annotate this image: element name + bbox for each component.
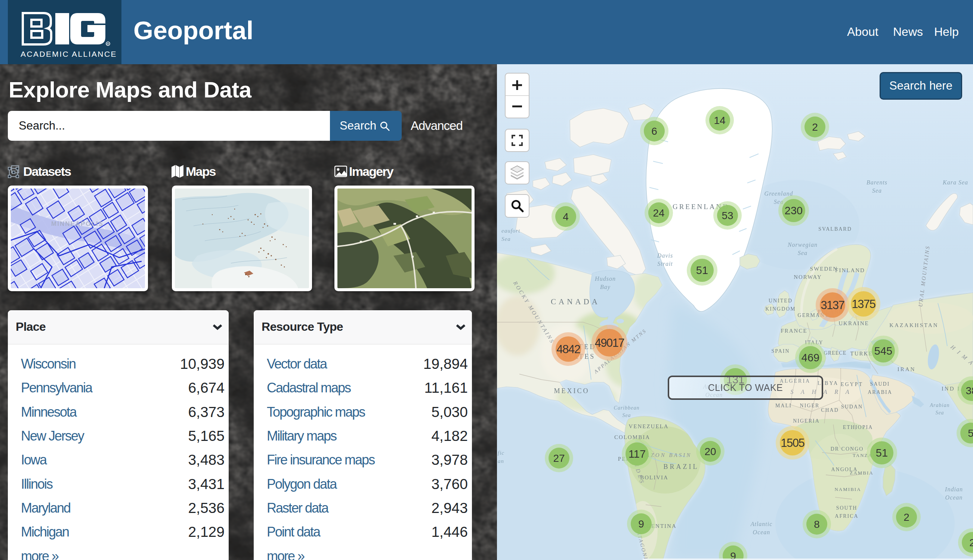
svg-text:Norwegian: Norwegian xyxy=(787,242,818,248)
svg-text:Sea: Sea xyxy=(798,250,807,256)
svg-text:BRAZIL: BRAZIL xyxy=(664,463,699,470)
svg-text:ZAMBIA: ZAMBIA xyxy=(850,470,873,476)
svg-text:MEXICO: MEXICO xyxy=(554,387,590,395)
svg-text:Greenland: Greenland xyxy=(764,190,793,197)
svg-text:Indian: Indian xyxy=(945,486,963,492)
svg-text:Strait: Strait xyxy=(657,261,673,267)
svg-text:SAUDI: SAUDI xyxy=(870,381,890,387)
svg-text:2: 2 xyxy=(969,537,973,548)
svg-text:Sea: Sea xyxy=(872,187,882,194)
svg-text:3137: 3137 xyxy=(821,299,844,312)
svg-text:27: 27 xyxy=(553,452,565,464)
svg-text:49017: 49017 xyxy=(595,337,624,350)
svg-text:Atlantic: Atlantic xyxy=(750,521,773,527)
svg-text:UNITED: UNITED xyxy=(769,298,792,303)
svg-text:117: 117 xyxy=(629,448,646,460)
svg-text:1505: 1505 xyxy=(781,437,804,450)
svg-text:5: 5 xyxy=(968,427,973,439)
svg-text:Sea: Sea xyxy=(935,410,944,415)
svg-text:Kara Sea: Kara Sea xyxy=(942,179,968,185)
svg-text:SPAIN: SPAIN xyxy=(771,348,789,354)
svg-text:NORWAY: NORWAY xyxy=(794,274,822,280)
svg-text:GREECE: GREECE xyxy=(824,350,846,356)
svg-text:Caribbean: Caribbean xyxy=(614,405,640,411)
svg-text:Barents: Barents xyxy=(866,179,888,185)
svg-text:ETHIOPIA: ETHIOPIA xyxy=(843,425,873,430)
svg-text:MINNEAPOLIS: MINNEAPOLIS xyxy=(51,220,104,227)
svg-text:51: 51 xyxy=(696,264,708,276)
svg-text:KINGDOM: KINGDOM xyxy=(765,306,796,312)
svg-text:38: 38 xyxy=(966,385,973,397)
svg-text:20: 20 xyxy=(704,446,716,457)
svg-text:2: 2 xyxy=(903,512,909,523)
svg-text:51: 51 xyxy=(876,447,888,459)
svg-text:KAZAKHSTAN: KAZAKHSTAN xyxy=(889,322,938,328)
svg-text:24: 24 xyxy=(653,207,664,219)
svg-text:Ocean: Ocean xyxy=(945,494,963,501)
svg-text:SWEDEN: SWEDEN xyxy=(810,266,838,272)
svg-text:AFRICA: AFRICA xyxy=(835,513,858,519)
svg-text:SOUTH: SOUTH xyxy=(836,505,858,511)
svg-text:fic: fic xyxy=(498,450,505,456)
svg-text:COLOMBIA: COLOMBIA xyxy=(614,434,650,440)
svg-text:Ocean: Ocean xyxy=(753,529,771,535)
svg-text:Sea: Sea xyxy=(622,413,631,418)
svg-text:9: 9 xyxy=(638,518,644,530)
svg-text:1375: 1375 xyxy=(852,298,876,311)
svg-text:545: 545 xyxy=(874,345,892,357)
svg-text:469: 469 xyxy=(801,352,819,363)
svg-text:NIGERIA: NIGERIA xyxy=(793,418,820,424)
svg-text:MALI: MALI xyxy=(775,403,792,408)
svg-text:2: 2 xyxy=(812,121,818,133)
svg-text:NIGER: NIGER xyxy=(800,403,820,408)
svg-text:14: 14 xyxy=(714,115,725,126)
svg-text:Davis: Davis xyxy=(657,252,673,259)
svg-text:Sea: Sea xyxy=(502,236,511,242)
svg-text:CHAD: CHAD xyxy=(821,407,839,413)
svg-text:230: 230 xyxy=(785,205,802,217)
svg-text:8: 8 xyxy=(814,518,820,530)
svg-text:4842: 4842 xyxy=(557,343,580,356)
svg-text:SVALBARD: SVALBARD xyxy=(818,226,852,232)
svg-text:CANADA: CANADA xyxy=(551,297,600,306)
svg-text:eaufort: eaufort xyxy=(502,228,520,234)
svg-text:IRAN: IRAN xyxy=(898,366,916,372)
svg-text:DR CONGO: DR CONGO xyxy=(831,446,864,452)
svg-text:SUDAN: SUDAN xyxy=(841,404,863,410)
svg-text:VENEZUELA: VENEZUELA xyxy=(629,423,669,429)
svg-text:6: 6 xyxy=(651,125,657,137)
svg-text:Hudson: Hudson xyxy=(595,275,616,282)
svg-text:4: 4 xyxy=(563,211,569,223)
svg-text:an: an xyxy=(498,458,504,464)
svg-text:ARABIA: ARABIA xyxy=(868,389,892,395)
svg-text:FINLAND: FINLAND xyxy=(835,267,865,273)
svg-text:Arabian: Arabian xyxy=(930,402,950,408)
svg-text:R: R xyxy=(107,42,109,46)
svg-text:NAMIBIA: NAMIBIA xyxy=(834,487,861,492)
svg-text:FRANCE: FRANCE xyxy=(781,328,807,334)
svg-text:EGYPT: EGYPT xyxy=(841,382,863,387)
svg-text:53: 53 xyxy=(722,210,733,222)
svg-text:UKRAINE: UKRAINE xyxy=(839,320,869,326)
svg-text:Bay: Bay xyxy=(600,284,610,290)
